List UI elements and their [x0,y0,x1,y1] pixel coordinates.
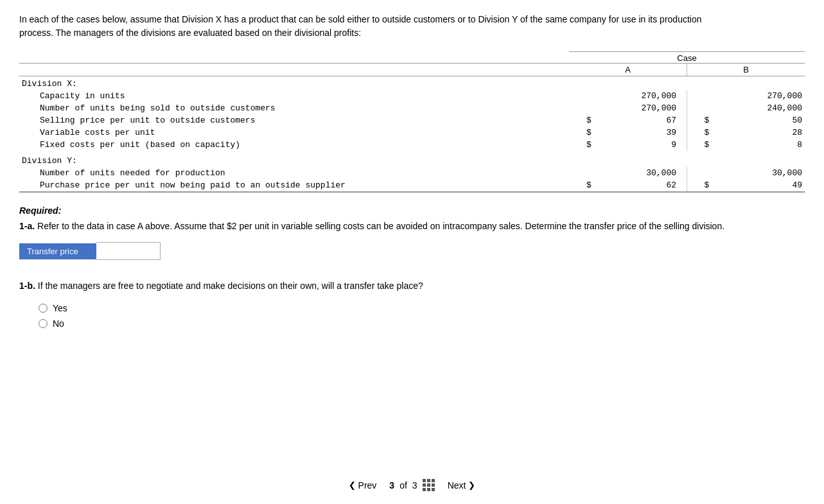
q1a-bold: 1-a. [19,221,35,231]
page-info: 3 of 3 [389,479,434,491]
case-header: Case [569,52,805,64]
of-label: of [399,480,407,491]
grid-icon[interactable] [423,479,435,491]
table-row: Fixed costs per unit (based on capacity)… [19,139,805,151]
no-label: No [53,318,64,329]
q1a-text: Refer to the data in case A above. Assum… [35,221,724,231]
transfer-price-input[interactable] [96,242,161,260]
q1b-bold: 1-b. [19,281,35,291]
required-section: Required: 1-a. Refer to the data in case… [19,205,805,260]
section-header-0: Division X: [19,76,805,91]
col-b-header: B [687,64,805,76]
section-header-1: Division Y: [19,151,805,167]
intro-text: In each of the cases below, assume that … [19,13,726,40]
yes-label: Yes [53,303,67,313]
table-row: Purchase price per unit now being paid t… [19,179,805,192]
yes-option[interactable]: Yes [39,303,805,313]
table-row: Capacity in units270,000270,000 [19,90,805,102]
required-label: Required: [19,205,805,216]
yes-radio[interactable] [39,304,48,313]
page-total: 3 [412,480,417,491]
transfer-price-label: Transfer price [19,243,96,259]
prev-label: Prev [358,480,377,491]
prev-button[interactable]: ❮ Prev [349,480,377,491]
table-row: Selling price per unit to outside custom… [19,114,805,126]
table-row: Number of units being sold to outside cu… [19,102,805,114]
no-radio[interactable] [39,319,48,328]
table-row: Number of units needed for production30,… [19,167,805,179]
q1b-text: If the managers are free to negotiate an… [35,281,423,291]
next-button[interactable]: Next ❯ [448,480,476,491]
data-table: Case A B Division X:Capacity in units270… [19,51,805,193]
next-chevron-icon: ❯ [468,480,475,490]
transfer-price-row: Transfer price [19,242,805,260]
question-1b: 1-b. If the managers are free to negotia… [19,279,805,293]
no-option[interactable]: No [39,318,805,329]
table-row: Variable costs per unit$39$28 [19,126,805,139]
page-current: 3 [389,480,394,491]
bottom-navigation: ❮ Prev 3 of 3 Next ❯ [0,473,824,498]
prev-chevron-icon: ❮ [349,480,356,490]
next-label: Next [448,480,466,491]
radio-group: Yes No [39,303,805,329]
col-a-header: A [569,64,687,76]
question-1a: 1-a. Refer to the data in case A above. … [19,220,805,233]
